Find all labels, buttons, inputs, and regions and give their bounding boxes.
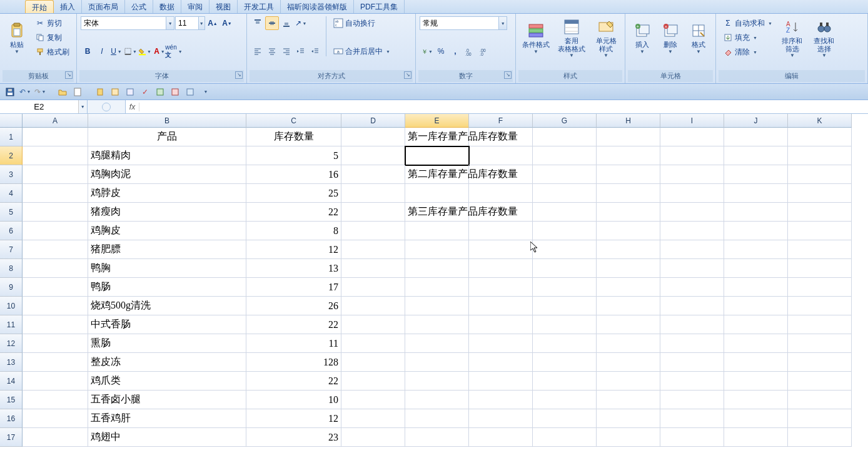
cell-E13[interactable] <box>405 353 469 372</box>
cell-J3[interactable] <box>724 165 788 184</box>
cell-H7[interactable] <box>597 240 660 259</box>
cell-H13[interactable] <box>597 353 660 372</box>
row-header-10[interactable]: 10 <box>0 297 23 315</box>
cell-A9[interactable] <box>23 278 88 297</box>
copy-button[interactable]: 复制 <box>32 31 73 44</box>
conditional-format-button[interactable]: 条件格式▼ <box>520 16 552 60</box>
cell-E5[interactable]: 第三库存量产品库存数量 <box>405 203 469 222</box>
cell-A5[interactable] <box>23 203 88 222</box>
find-select-button[interactable]: 查找和 选择▼ <box>809 16 839 60</box>
tab-7[interactable]: 开发工具 <box>238 0 281 13</box>
cell-F11[interactable] <box>469 315 533 334</box>
row-header-16[interactable]: 16 <box>0 409 23 428</box>
format-painter-button[interactable]: 格式刷 <box>32 45 73 59</box>
cell-K14[interactable] <box>788 372 852 391</box>
cell-A14[interactable] <box>23 372 88 391</box>
cell-H14[interactable] <box>597 372 660 391</box>
cell-F2[interactable] <box>469 146 533 165</box>
tab-3[interactable]: 公式 <box>125 0 153 13</box>
cell-G1[interactable] <box>533 128 597 146</box>
cell-D11[interactable] <box>341 315 405 334</box>
cell-G4[interactable] <box>533 184 597 203</box>
cell-C16[interactable]: 12 <box>246 409 341 428</box>
cell-E10[interactable] <box>405 297 469 315</box>
qat-btn-5[interactable] <box>169 86 181 98</box>
launcher-icon[interactable]: ↘ <box>65 71 73 79</box>
cell-B1[interactable]: 产品 <box>88 128 246 146</box>
cell-B16[interactable]: 五香鸡肝 <box>88 409 246 428</box>
cell-F15[interactable] <box>469 391 533 409</box>
cell-C1[interactable]: 库存数量 <box>246 128 341 146</box>
cell-G2[interactable] <box>533 146 597 165</box>
qat-btn-3[interactable]: ✓ <box>139 86 151 98</box>
cell-H2[interactable] <box>597 146 660 165</box>
cell-G5[interactable] <box>533 203 597 222</box>
cell-D3[interactable] <box>341 165 405 184</box>
cell-I2[interactable] <box>660 146 724 165</box>
cell-A13[interactable] <box>23 353 88 372</box>
qat-paste-button[interactable] <box>94 86 106 98</box>
cell-B3[interactable]: 鸡胸肉泥 <box>88 165 246 184</box>
row-header-2[interactable]: 2 <box>0 146 23 165</box>
cell-B17[interactable]: 鸡翅中 <box>88 428 246 447</box>
cell-H15[interactable] <box>597 391 660 409</box>
shrink-font-button[interactable]: A▼ <box>220 16 234 30</box>
cell-C11[interactable]: 22 <box>246 315 341 334</box>
cell-A3[interactable] <box>23 165 88 184</box>
cell-H3[interactable] <box>597 165 660 184</box>
row-header-11[interactable]: 11 <box>0 315 23 334</box>
align-top-button[interactable] <box>251 16 265 30</box>
align-left-button[interactable] <box>251 44 265 58</box>
cell-B5[interactable]: 猪瘦肉 <box>88 203 246 222</box>
merge-center-button[interactable]: a合并后居中▼ <box>330 44 393 58</box>
cell-J15[interactable] <box>724 391 788 409</box>
col-header-A[interactable]: A <box>23 114 88 128</box>
cell-E9[interactable] <box>405 278 469 297</box>
cell-J7[interactable] <box>724 240 788 259</box>
cell-B6[interactable]: 鸡胸皮 <box>88 222 246 240</box>
fill-color-button[interactable]: ▼ <box>138 44 152 58</box>
tab-5[interactable]: 审阅 <box>181 0 209 13</box>
decrease-decimal-button[interactable]: .00.0 <box>477 44 491 58</box>
cell-D15[interactable] <box>341 391 405 409</box>
cell-K15[interactable] <box>788 391 852 409</box>
cell-J8[interactable] <box>724 259 788 278</box>
insert-cells-button[interactable]: +插入▼ <box>629 16 655 60</box>
row-header-3[interactable]: 3 <box>0 165 23 184</box>
cell-A15[interactable] <box>23 391 88 409</box>
dropdown-arrow-icon[interactable]: ▼ <box>498 17 507 29</box>
format-table-button[interactable]: 套用 表格格式▼ <box>554 16 589 60</box>
increase-indent-button[interactable] <box>308 44 322 58</box>
row-header-13[interactable]: 13 <box>0 353 23 372</box>
cell-D5[interactable] <box>341 203 405 222</box>
col-header-F[interactable]: F <box>469 114 533 128</box>
cell-H4[interactable] <box>597 184 660 203</box>
spreadsheet-grid[interactable]: ABCDEFGHIJK 1产品库存数量第一库存量产品库存数量2鸡腿精肉53鸡胸肉… <box>0 114 868 475</box>
cell-H11[interactable] <box>597 315 660 334</box>
cell-C13[interactable]: 128 <box>246 353 341 372</box>
cell-E8[interactable] <box>405 259 469 278</box>
cell-G14[interactable] <box>533 372 597 391</box>
cell-H16[interactable] <box>597 409 660 428</box>
tab-0[interactable]: 开始 <box>25 0 54 13</box>
cell-K11[interactable] <box>788 315 852 334</box>
cell-C7[interactable]: 12 <box>246 240 341 259</box>
cell-F5[interactable] <box>469 203 533 222</box>
cell-I12[interactable] <box>660 334 724 353</box>
delete-cells-button[interactable]: ×删除▼ <box>657 16 684 60</box>
cell-I4[interactable] <box>660 184 724 203</box>
increase-decimal-button[interactable]: .0.00 <box>463 44 477 58</box>
cell-K3[interactable] <box>788 165 852 184</box>
cell-C9[interactable]: 17 <box>246 278 341 297</box>
cell-G9[interactable] <box>533 278 597 297</box>
col-header-G[interactable]: G <box>533 114 597 128</box>
cell-E6[interactable] <box>405 222 469 240</box>
redo-button[interactable]: ↷▼ <box>34 86 46 98</box>
tab-6[interactable]: 视图 <box>209 0 238 13</box>
paste-button[interactable]: 粘贴 ▼ <box>4 16 30 60</box>
cell-G13[interactable] <box>533 353 597 372</box>
col-header-J[interactable]: J <box>724 114 788 128</box>
cell-F16[interactable] <box>469 409 533 428</box>
cell-C2[interactable]: 5 <box>246 146 341 165</box>
row-header-6[interactable]: 6 <box>0 222 23 240</box>
